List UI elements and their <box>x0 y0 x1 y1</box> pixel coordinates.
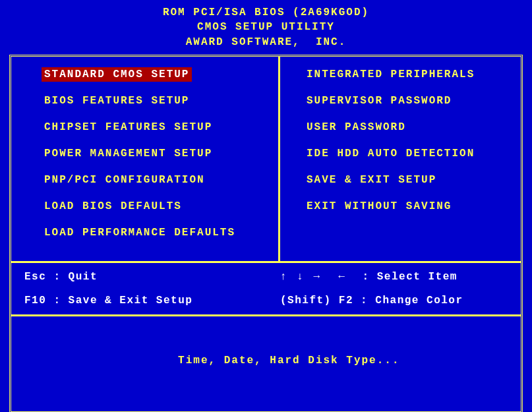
description-row: Time, Date, Hard Disk Type... <box>11 314 521 411</box>
menu-item-save-exit[interactable]: SAVE & EXIT SETUP <box>307 174 436 186</box>
menu-item-load-bios-defaults[interactable]: LOAD BIOS DEFAULTS <box>44 200 182 212</box>
menu-item-ide-hdd-auto-detection[interactable]: IDE HDD AUTO DETECTION <box>307 148 475 160</box>
header-line-3: AWARD SOFTWARE, INC. <box>0 35 532 49</box>
menu-column-left: STANDARD CMOS SETUP BIOS FEATURES SETUP … <box>11 57 280 261</box>
key-hints-row: Esc : Quit F10 : Save & Exit Setup ↑ ↓ →… <box>11 261 521 314</box>
menu-item-exit-without-saving[interactable]: EXIT WITHOUT SAVING <box>307 200 452 212</box>
bios-header: ROM PCI/ISA BIOS (2A69KGOD) CMOS SETUP U… <box>0 5 532 49</box>
menu-item-pnp-pci[interactable]: PNP/PCI CONFIGURATION <box>44 174 205 186</box>
menu-item-load-performance-defaults[interactable]: LOAD PERFORMANCE DEFAULTS <box>44 227 235 239</box>
header-line-1: ROM PCI/ISA BIOS (2A69KGOD) <box>0 5 532 20</box>
menu-item-bios-features[interactable]: BIOS FEATURES SETUP <box>44 95 189 107</box>
hint-shift-f2-color: (Shift) F2 : Change Color <box>280 295 521 307</box>
selected-item-description: Time, Date, Hard Disk Type... <box>178 355 399 367</box>
menu-item-standard-cmos[interactable]: STANDARD CMOS SETUP <box>42 67 192 82</box>
menu-item-chipset-features[interactable]: CHIPSET FEATURES SETUP <box>44 121 212 133</box>
main-menu-box: STANDARD CMOS SETUP BIOS FEATURES SETUP … <box>9 55 523 412</box>
menu-item-user-password[interactable]: USER PASSWORD <box>307 121 406 133</box>
arrow-keys-icon: ↑ ↓ → ← <box>280 271 355 283</box>
menu-item-supervisor-password[interactable]: SUPERVISOR PASSWORD <box>307 95 452 107</box>
hint-f10-save-exit: F10 : Save & Exit Setup <box>24 295 280 307</box>
menu-item-integrated-peripherals[interactable]: INTEGRATED PERIPHERALS <box>307 69 475 80</box>
hint-esc-quit: Esc : Quit <box>24 271 280 283</box>
menu-item-power-management[interactable]: POWER MANAGEMENT SETUP <box>44 148 212 160</box>
hint-arrows-select: ↑ ↓ → ← : Select Item <box>280 271 521 283</box>
header-line-2: CMOS SETUP UTILITY <box>0 20 532 34</box>
menu-column-right: INTEGRATED PERIPHERALS SUPERVISOR PASSWO… <box>280 57 521 261</box>
